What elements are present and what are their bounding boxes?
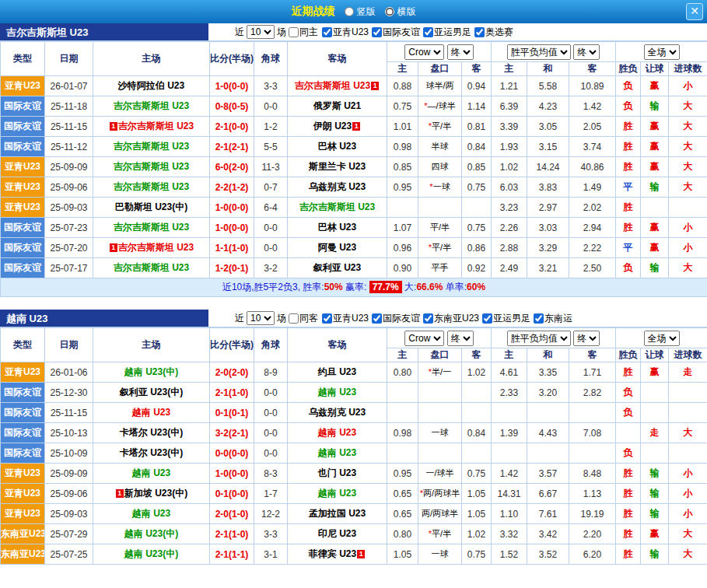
result-handicap: 走 xyxy=(641,423,669,443)
competition-filter[interactable]: 亚青U23 xyxy=(322,312,369,325)
bookmaker-select[interactable]: Crow xyxy=(404,331,444,346)
away-team: 印尼 U23 xyxy=(288,524,387,544)
view-option-vertical[interactable]: 竖版 xyxy=(345,5,376,19)
away-team: 孟加拉国 U23 xyxy=(288,504,387,524)
odds-stage-select[interactable]: 终 xyxy=(447,331,474,346)
avg-select[interactable]: 胜平负均值 xyxy=(507,44,571,60)
result-goals: 走 xyxy=(669,362,707,383)
sub-header-avg-home: 主 xyxy=(492,62,527,76)
corner-score: 6-4 xyxy=(254,198,288,218)
result-handicap: 输 xyxy=(641,504,669,524)
same-venue-checkbox[interactable] xyxy=(289,313,299,324)
competition-filter[interactable]: 东南亚U23 xyxy=(423,312,479,325)
match-type: 国际友谊 xyxy=(1,258,45,278)
result-wdl: 负 xyxy=(616,96,641,117)
summary-text: 50% xyxy=(324,282,343,292)
filter-bar: 近 10 场 同主 亚青U23国际友谊亚运男足奥选赛 xyxy=(208,23,707,40)
team-name: 吉尔吉斯斯坦 U23 xyxy=(118,121,194,131)
competition-checkbox[interactable] xyxy=(423,27,433,37)
summary-row: 近10场,胜5平2负3, 胜率:50% 赢率: 77.7% 大:66.6% 单率… xyxy=(1,278,707,297)
home-team: 1吉尔吉斯斯坦 U23 xyxy=(93,117,210,137)
result-handicap: 输 xyxy=(641,484,669,504)
odds-stage-select[interactable]: 终 xyxy=(447,44,474,60)
score: 6-0(2-0) xyxy=(210,157,254,177)
odds-away xyxy=(462,443,492,464)
sub-header-avg-draw: 和 xyxy=(527,62,569,76)
result-goals: 大 xyxy=(669,137,707,157)
avg-away: 3.74 xyxy=(569,137,616,157)
competition-filter[interactable]: 奥选赛 xyxy=(474,26,513,39)
corner-score: 11-3 xyxy=(254,157,288,177)
avg-away: 6.20 xyxy=(569,544,616,565)
home-team: 巴勒斯坦 U23(中) xyxy=(93,198,210,218)
match-count-select[interactable]: 10 xyxy=(247,25,275,39)
vertical-radio[interactable] xyxy=(345,7,354,16)
score: 2-2(1-2) xyxy=(210,177,254,198)
bookmaker-select[interactable]: Crow xyxy=(404,44,444,60)
avg-away: 2.50 xyxy=(569,258,616,278)
view-option-horizontal[interactable]: 横版 xyxy=(385,5,416,19)
corner-score: 0-0 xyxy=(254,443,288,464)
result-wdl: 胜 xyxy=(616,464,641,484)
competition-checkbox[interactable] xyxy=(372,313,382,324)
score: 0-0(0-0) xyxy=(210,443,254,464)
team-name: 吉尔吉斯斯坦 U23 xyxy=(114,262,189,273)
home-team: 吉尔吉斯斯坦 U23 xyxy=(93,177,210,198)
col-header-away: 客场 xyxy=(288,328,387,362)
match-count-select[interactable]: 10 xyxy=(247,311,275,325)
horizontal-radio[interactable] xyxy=(385,7,394,16)
result-wdl: 胜 xyxy=(616,504,641,524)
avg-home: 2.49 xyxy=(492,258,527,278)
result-handicap: 输 xyxy=(641,544,669,565)
competition-filter[interactable]: 亚运男足 xyxy=(482,312,530,325)
match-date: 25-07-17 xyxy=(45,258,93,278)
avg-stage-select[interactable]: 终 xyxy=(573,331,600,346)
competition-checkbox[interactable] xyxy=(322,27,332,37)
competition-checkbox[interactable] xyxy=(482,313,492,324)
competition-filter[interactable]: 东南运 xyxy=(534,312,572,325)
competition-filter[interactable]: 国际友谊 xyxy=(372,312,420,325)
fulltime-select[interactable]: 全场 xyxy=(644,44,680,60)
match-row: 亚青U2325-09-09吉尔吉斯斯坦 U236-0(2-0)11-3斯里兰卡 … xyxy=(1,157,707,177)
same-venue-filter[interactable]: 同主 xyxy=(289,26,318,39)
match-type: 国际友谊 xyxy=(1,218,45,238)
avg-select[interactable]: 胜平负均值 xyxy=(507,331,571,346)
competition-checkbox[interactable] xyxy=(372,27,382,37)
col-header-date: 日期 xyxy=(45,42,93,76)
competition-checkbox[interactable] xyxy=(322,313,332,324)
competition-filter[interactable]: 亚青U23 xyxy=(322,26,369,39)
team-name: 印尼 U23 xyxy=(318,528,356,539)
result-goals: 大 xyxy=(669,544,707,565)
odds-home: 0.95 xyxy=(387,464,418,484)
competition-checkbox[interactable] xyxy=(423,313,433,324)
competition-filter[interactable]: 亚运男足 xyxy=(423,26,471,39)
sub-header-handicap: 盘口 xyxy=(418,348,462,362)
avg-draw: 3.57 xyxy=(527,464,569,484)
avg-away: 10.89 xyxy=(569,76,616,96)
avg-stage-select[interactable]: 终 xyxy=(573,44,600,60)
odds-home xyxy=(387,443,418,464)
match-row: 国际友谊25-11-151吉尔吉斯斯坦 U232-1(0-0)1-2伊朗 U23… xyxy=(1,117,707,137)
summary-cell: 近10场,胜5平2负3, 胜率:50% 赢率: 77.7% 大:66.6% 单率… xyxy=(1,278,707,297)
competition-checkbox[interactable] xyxy=(534,313,544,324)
competition-checkbox[interactable] xyxy=(474,27,485,37)
home-team: 吉尔吉斯斯坦 U23 xyxy=(93,157,210,177)
team-name: 叙利亚 U23 xyxy=(313,262,361,273)
avg-away xyxy=(569,443,616,464)
same-venue-filter[interactable]: 同客 xyxy=(289,312,318,325)
match-row: 东南亚U2325-07-25越南 U23(中)2-1(1-1)3-1菲律宾 U2… xyxy=(1,544,707,565)
red-1-badge: 1 xyxy=(357,550,365,558)
score: 2-1(1-0) xyxy=(210,383,254,403)
home-team: 越南 U23(中) xyxy=(93,544,210,565)
competition-filter[interactable]: 国际友谊 xyxy=(372,26,420,39)
same-venue-checkbox[interactable] xyxy=(289,27,299,37)
handicap-line xyxy=(418,198,462,218)
fulltime-group-header: 全场 xyxy=(616,42,707,62)
close-icon[interactable]: ✕ xyxy=(686,3,703,20)
handicap-line: *平/半 xyxy=(418,524,462,544)
col-header-home: 主场 xyxy=(93,328,210,362)
team-name: 越南 U23(中) xyxy=(124,548,178,559)
fulltime-select[interactable]: 全场 xyxy=(644,331,680,346)
corner-score: 0-0 xyxy=(254,218,288,238)
away-team: 巴林 U23 xyxy=(288,137,387,157)
